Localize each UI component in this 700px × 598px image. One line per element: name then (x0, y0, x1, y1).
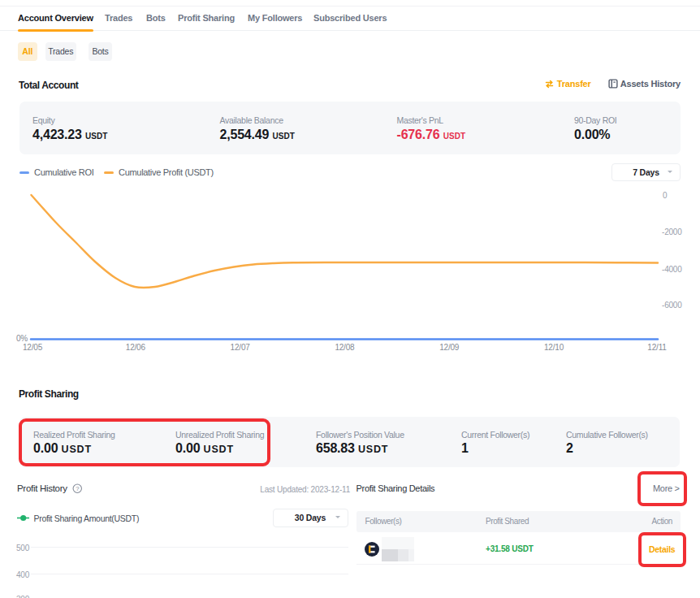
svg-text:12/07: 12/07 (231, 343, 251, 352)
svg-text:12/05: 12/05 (23, 343, 43, 352)
svg-text:0%: 0% (16, 334, 28, 343)
svg-text:12/06: 12/06 (126, 343, 146, 352)
svg-text:12/11: 12/11 (647, 343, 667, 352)
svg-text:0: 0 (663, 191, 668, 200)
svg-text:-4000: -4000 (662, 265, 682, 274)
svg-text:12/10: 12/10 (544, 343, 564, 352)
svg-text:12/08: 12/08 (335, 343, 355, 352)
svg-text:12/09: 12/09 (439, 343, 460, 352)
svg-text:-2000: -2000 (662, 228, 682, 236)
svg-text:-6000: -6000 (662, 301, 682, 310)
